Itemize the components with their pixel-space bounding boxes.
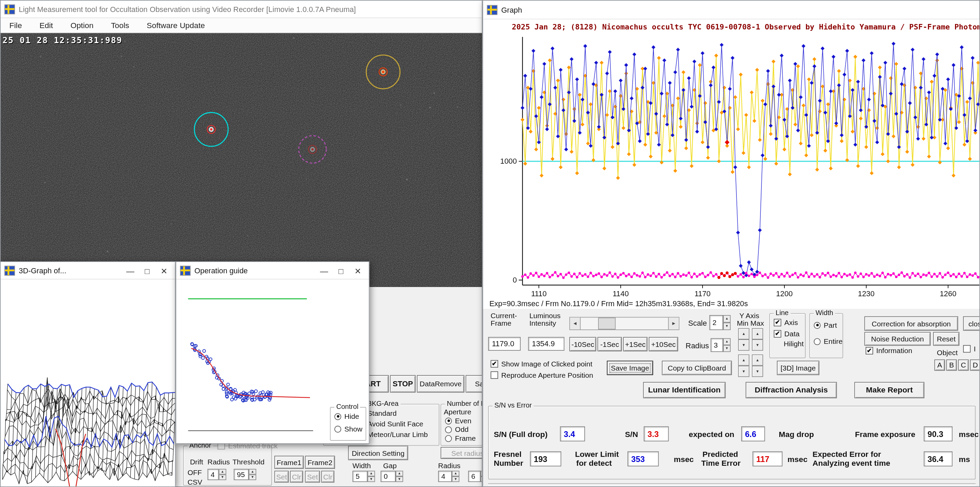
light-curve-chart[interactable]: 01000111011401170120012301260 <box>483 33 980 298</box>
yaxis-min2-up-icon[interactable]: ▲ <box>738 355 749 366</box>
yaxis-max-down-icon[interactable]: ▼ <box>752 339 763 351</box>
scale-value[interactable]: 2 <box>710 315 723 330</box>
show-radio[interactable]: Show <box>334 425 363 433</box>
anchor-radius-spinner[interactable]: 4 ▲▼ <box>208 469 226 480</box>
entire-radio[interactable]: Entire <box>814 338 843 345</box>
spin-up-icon[interactable]: ▲ <box>368 471 375 476</box>
dataremove-button[interactable]: DataRemove <box>417 375 465 393</box>
menu-tools[interactable]: Tools <box>111 21 129 30</box>
show-image-checkbox[interactable]: ✔Show Image of Clicked point <box>490 360 592 368</box>
panel-radius-spinner[interactable]: 4 ▲▼ <box>438 471 459 482</box>
hide-radio[interactable]: Hide <box>334 413 359 420</box>
threshold-value[interactable]: 95 <box>234 469 249 480</box>
reproduce-aperture-checkbox[interactable]: Reproduce Aperture Position <box>490 371 593 379</box>
maximize-icon[interactable]: □ <box>332 262 349 280</box>
menu-software-update[interactable]: Software Update <box>146 21 205 30</box>
set1-button[interactable]: Set <box>274 471 289 483</box>
menu-option[interactable]: Option <box>70 21 94 30</box>
spin-down-icon[interactable]: ▼ <box>249 474 256 480</box>
yaxis-max2-down-icon[interactable]: ▼ <box>752 366 763 377</box>
noise-reduction-button[interactable]: Noise Reduction <box>864 332 930 345</box>
copy-clipboard-button[interactable]: Copy to ClipBoard <box>662 361 732 375</box>
save-button[interactable]: Save <box>466 375 482 393</box>
panel-radius-value[interactable]: 4 <box>438 471 452 482</box>
minimize-icon[interactable]: — <box>122 262 139 280</box>
panel-extra-spinner[interactable]: 6 ▲▼ <box>468 471 483 482</box>
frame2-button[interactable]: Frame2 <box>305 456 335 469</box>
part-radio[interactable]: Part <box>814 321 837 329</box>
yaxis-max2-up-icon[interactable]: ▲ <box>752 355 763 366</box>
frame1-button[interactable]: Frame1 <box>274 456 304 469</box>
aperture-even-radio[interactable]: Even <box>445 417 471 425</box>
set-radius-button[interactable]: Set radius <box>441 447 482 459</box>
spin-up-icon[interactable]: ▲ <box>723 315 731 323</box>
minus-1sec-button[interactable]: -1Sec <box>597 337 622 352</box>
lunar-identification-button[interactable]: Lunar Identification <box>643 382 726 398</box>
anchor-radius-value[interactable]: 4 <box>208 469 219 480</box>
plus-10sec-button[interactable]: +10Sec <box>649 337 678 352</box>
scale-spinner[interactable]: 2 ▲▼ <box>710 315 731 330</box>
yaxis-max-up-icon[interactable]: ▲ <box>752 328 763 339</box>
threed-surface-plot[interactable] <box>1 280 176 487</box>
object-a-button[interactable]: A <box>934 360 945 371</box>
spin-up-icon[interactable]: ▲ <box>452 471 459 476</box>
main-titlebar[interactable]: Light Measurement tool for Occultation O… <box>1 1 482 18</box>
plus-1sec-button[interactable]: +1Sec <box>623 337 648 352</box>
graph-titlebar[interactable]: Graph <box>483 1 979 19</box>
reset-button[interactable]: Reset <box>933 332 959 345</box>
data-hilight-checkbox[interactable]: ✔Data <box>774 330 799 338</box>
clr2-button[interactable]: Clr <box>321 471 334 483</box>
opguide-titlebar[interactable]: Operation guide — □ ✕ <box>177 262 369 280</box>
frame-scrollbar[interactable]: ◄ ► <box>569 317 679 330</box>
close-icon[interactable]: ✕ <box>156 262 172 280</box>
spin-down-icon[interactable]: ▼ <box>723 345 731 352</box>
correction-absorption-button[interactable]: Correction for absorption <box>864 317 958 331</box>
maximize-icon[interactable]: □ <box>139 262 156 280</box>
diffraction-analysis-button[interactable]: Diffraction Analysis <box>746 382 837 398</box>
object-c-button[interactable]: C <box>958 360 969 371</box>
spin-up-icon[interactable]: ▲ <box>396 471 403 476</box>
make-report-button[interactable]: Make Report <box>854 382 924 398</box>
close-icon[interactable]: ✕ <box>349 262 366 280</box>
spin-down-icon[interactable]: ▼ <box>219 474 226 480</box>
close-button[interactable]: close <box>963 317 980 331</box>
invert-checkbox[interactable]: I <box>963 345 976 353</box>
minimize-icon[interactable]: — <box>315 262 332 280</box>
graph-radius-value[interactable]: 3 <box>711 338 723 352</box>
gap-spinner[interactable]: 0 ▲▼ <box>380 471 403 482</box>
scrollbar-thumb[interactable] <box>598 317 616 329</box>
current-frame-value[interactable]: 1179.0 <box>488 337 521 351</box>
spin-down-icon[interactable]: ▼ <box>723 323 731 330</box>
panel-extra-value[interactable]: 6 <box>468 471 480 482</box>
graph-radius-spinner[interactable]: 3 ▲▼ <box>711 338 731 352</box>
spin-down-icon[interactable]: ▼ <box>368 476 375 482</box>
aperture-frame-radio[interactable]: Frame <box>445 434 476 442</box>
set2-button[interactable]: Set <box>305 471 320 483</box>
clr1-button[interactable]: Clr <box>290 471 303 483</box>
aperture-odd-radio[interactable]: Odd <box>445 426 469 433</box>
object-b-button[interactable]: B <box>946 360 957 371</box>
scrollbar-track[interactable] <box>581 317 668 329</box>
spin-up-icon[interactable]: ▲ <box>219 469 226 474</box>
scroll-left-icon[interactable]: ◄ <box>570 317 581 329</box>
information-checkbox[interactable]: ✔Information <box>865 347 912 355</box>
object-d-button[interactable]: D <box>970 360 980 371</box>
axis-checkbox[interactable]: ✔Axis <box>774 319 798 326</box>
spin-down-icon[interactable]: ▼ <box>396 476 403 482</box>
menu-file[interactable]: File <box>9 21 22 30</box>
threed-titlebar[interactable]: 3D-Graph of... — □ ✕ <box>1 262 175 280</box>
direction-setting-button[interactable]: Direction Setting <box>348 446 408 460</box>
width-value[interactable]: 5 <box>352 471 368 482</box>
yaxis-min-up-icon[interactable]: ▲ <box>738 328 749 339</box>
spin-down-icon[interactable]: ▼ <box>452 476 459 482</box>
video-frame[interactable]: 25 01 28 12:35:31:989 <box>1 33 483 287</box>
gap-value[interactable]: 0 <box>380 471 396 482</box>
threshold-spinner[interactable]: 95 ▲▼ <box>234 469 256 480</box>
minus-10sec-button[interactable]: -10Sec <box>569 337 596 352</box>
width-spinner[interactable]: 5 ▲▼ <box>352 471 375 482</box>
scroll-right-icon[interactable]: ► <box>668 317 679 329</box>
spin-up-icon[interactable]: ▲ <box>249 469 256 474</box>
stop-button[interactable]: STOP <box>390 375 416 393</box>
threed-image-button[interactable]: [3D] Image <box>777 361 819 375</box>
menu-edit[interactable]: Edit <box>40 21 53 30</box>
